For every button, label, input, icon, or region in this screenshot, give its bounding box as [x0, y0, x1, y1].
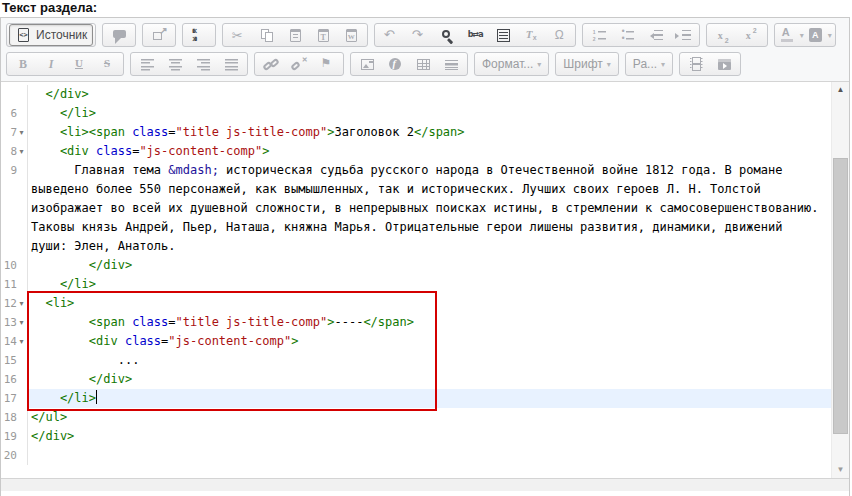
video-icon	[716, 56, 733, 73]
new-window-icon	[151, 27, 168, 44]
code-text[interactable]: <li><span class="title js-title-comp">За…	[28, 123, 832, 142]
code-text[interactable]: </li>	[28, 389, 832, 408]
code-text[interactable]: <div class="js-content-comp">	[28, 332, 832, 351]
cut-button[interactable]	[225, 25, 253, 45]
undo-button[interactable]	[377, 25, 405, 45]
image-button[interactable]	[353, 54, 381, 74]
paste-word-button[interactable]	[337, 25, 365, 45]
code-text[interactable]: </li>	[28, 275, 832, 294]
code-line-19: 19</div>	[1, 427, 832, 446]
code-line-7: 7▾ <li><span class="title js-title-comp"…	[1, 123, 832, 142]
scrollbar-thumb[interactable]	[833, 158, 848, 434]
code-text[interactable]: Таковы князь Андрей, Пьер, Наташа, княжн…	[28, 218, 832, 237]
table-button[interactable]	[409, 54, 437, 74]
maximize-button[interactable]	[185, 25, 213, 45]
code-text[interactable]: </div>	[28, 370, 832, 389]
code-text[interactable]: выведено более 550 персонажей, как вымыш…	[28, 180, 832, 199]
code-text[interactable]: </li>	[28, 104, 832, 123]
source-code-area[interactable]: </div>6 </li>7▾ <li><span class="title j…	[1, 82, 849, 478]
vertical-scrollbar[interactable]: ▲ ▼	[831, 82, 849, 478]
line-number: 12	[3, 294, 17, 313]
flash-icon	[387, 56, 404, 73]
bg-color-button[interactable]: ▾	[805, 25, 833, 45]
new-window-button[interactable]	[145, 25, 173, 45]
copy-button[interactable]	[253, 25, 281, 45]
align-center-button[interactable]	[161, 54, 189, 74]
underline-button[interactable]	[65, 54, 93, 74]
code-text[interactable]: Главная тема &mdash; историческая судьба…	[28, 161, 832, 180]
comment-button[interactable]	[105, 25, 133, 45]
align-left-button[interactable]	[133, 54, 161, 74]
code-text[interactable]: </ul>	[28, 408, 832, 427]
fold-arrow-icon[interactable]: ▾	[17, 332, 26, 351]
scroll-down-icon[interactable]: ▼	[832, 462, 849, 478]
toolbar-group	[102, 23, 136, 47]
text-color-button[interactable]: ▾	[777, 25, 805, 45]
align-center-icon	[167, 56, 184, 73]
scroll-up-icon[interactable]: ▲	[832, 82, 849, 98]
special-char-icon	[551, 27, 568, 44]
code-text[interactable]: </div>	[28, 256, 832, 275]
bold-icon	[15, 56, 32, 73]
gutter	[1, 237, 28, 256]
code-text[interactable]: </div>	[28, 427, 832, 446]
align-right-button[interactable]	[189, 54, 217, 74]
source-button[interactable]: Источник	[9, 24, 93, 46]
special-char-button[interactable]	[545, 25, 573, 45]
image-icon	[359, 56, 376, 73]
film-button[interactable]	[682, 54, 710, 74]
gutter: 14▾	[1, 332, 28, 351]
line-number: 20	[3, 446, 17, 465]
font-size-select[interactable]: Ра...▾	[628, 54, 670, 74]
fold-arrow-icon[interactable]: ▾	[17, 294, 26, 313]
remove-format-button[interactable]	[517, 25, 545, 45]
anchor-button[interactable]	[313, 54, 341, 74]
code-lines: </div>6 </li>7▾ <li><span class="title j…	[1, 85, 832, 465]
italic-button[interactable]	[37, 54, 65, 74]
anchor-icon	[319, 56, 336, 73]
code-line-wrap: души: Элен, Анатоль.	[1, 237, 832, 256]
select-all-button[interactable]	[489, 25, 517, 45]
paste-text-icon	[315, 27, 332, 44]
link-button[interactable]	[257, 54, 285, 74]
paste-text-button[interactable]	[309, 25, 337, 45]
bold-button[interactable]	[9, 54, 37, 74]
code-text[interactable]: души: Элен, Анатоль.	[28, 237, 832, 256]
search-button[interactable]	[433, 25, 461, 45]
code-text[interactable]: ...	[28, 351, 832, 370]
fold-arrow-icon[interactable]: ▾	[17, 123, 26, 142]
code-text[interactable]: изображает во всей их душевной сложности…	[28, 199, 832, 218]
superscript-button[interactable]	[737, 25, 765, 45]
subscript-button[interactable]	[709, 25, 737, 45]
align-justify-button[interactable]	[217, 54, 245, 74]
indent-button[interactable]	[669, 25, 697, 45]
code-text[interactable]	[28, 446, 832, 465]
unlink-button[interactable]	[285, 54, 313, 74]
gutter: 12▾	[1, 294, 28, 313]
toolbar-group	[182, 23, 216, 47]
strike-button[interactable]	[93, 54, 121, 74]
fold-arrow-icon[interactable]: ▾	[17, 142, 26, 161]
redo-button[interactable]	[405, 25, 433, 45]
horizontal-rule-button[interactable]	[437, 54, 465, 74]
fold-arrow-icon[interactable]: ▾	[17, 313, 26, 332]
code-text[interactable]: <span class="title js-title-comp">----</…	[28, 313, 832, 332]
code-text[interactable]: <li>	[28, 294, 832, 313]
gutter: 11	[1, 275, 28, 294]
horizontal-rule-icon	[443, 56, 460, 73]
paste-button[interactable]	[281, 25, 309, 45]
format-select[interactable]: Формат...▾	[477, 54, 546, 74]
numbered-list-button[interactable]	[585, 25, 613, 45]
code-line-wrap: Таковы князь Андрей, Пьер, Наташа, княжн…	[1, 218, 832, 237]
flash-button[interactable]	[381, 54, 409, 74]
outdent-button[interactable]	[641, 25, 669, 45]
code-text[interactable]: </div>	[28, 85, 832, 104]
code-text[interactable]: <div class="js-content-comp">	[28, 142, 832, 161]
line-number: 18	[3, 408, 17, 427]
bulleted-list-button[interactable]	[613, 25, 641, 45]
toolbar-group	[254, 52, 344, 76]
font-select[interactable]: Шрифт▾	[558, 54, 616, 74]
video-button[interactable]	[710, 54, 738, 74]
toolbar-group	[679, 52, 741, 76]
replace-button[interactable]	[461, 25, 489, 45]
